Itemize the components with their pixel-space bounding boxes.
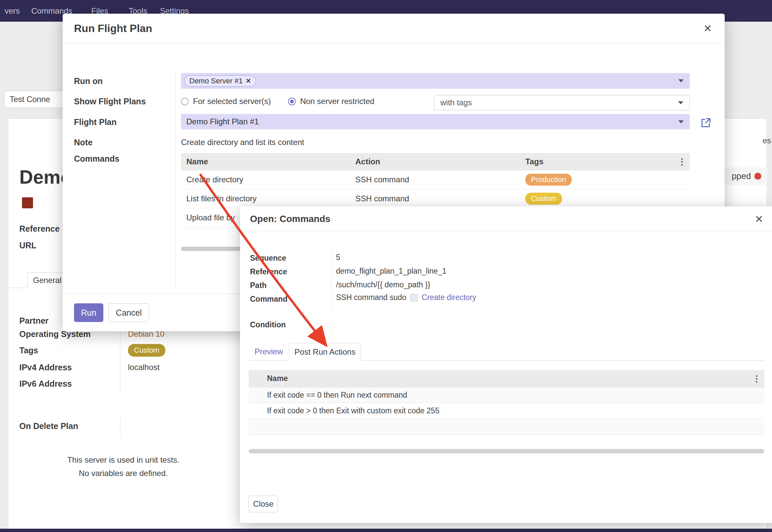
run-flight-plan-modal-title: Run Flight Plan bbox=[74, 22, 152, 35]
ipv4-value: localhost bbox=[128, 363, 160, 372]
form-label-divider bbox=[331, 251, 332, 309]
reference-field-label: Reference bbox=[250, 267, 287, 276]
caret-down-icon bbox=[678, 101, 683, 104]
note-label: Note bbox=[74, 138, 93, 147]
create-directory-link[interactable]: Create directory bbox=[422, 293, 476, 302]
status-dot-icon bbox=[754, 173, 761, 180]
command-label: Command bbox=[250, 295, 287, 304]
notebook-tabs: Preview Post Run Actions bbox=[249, 343, 764, 361]
right-panel-label-fragment: es bbox=[763, 136, 771, 145]
unit-test-note-line1: This server is used in unit tests. bbox=[20, 453, 227, 467]
horizontal-scrollbar[interactable] bbox=[249, 449, 764, 453]
url-label: URL bbox=[19, 241, 36, 250]
empty-table-row bbox=[249, 419, 764, 435]
note-value: Create directory and list its content bbox=[181, 138, 304, 147]
tabs-divider bbox=[8, 288, 27, 288]
condition-label: Condition bbox=[250, 320, 286, 329]
with-tags-select-value: with tags bbox=[440, 98, 472, 107]
server-chip[interactable]: Demo Server #1 ✕ bbox=[184, 75, 256, 87]
flight-plan-field[interactable]: Demo Flight Plan #1 bbox=[181, 114, 690, 129]
row-name: If exit code > 0 then Exit with custom e… bbox=[267, 406, 751, 415]
radio-non-server-restricted[interactable] bbox=[288, 98, 296, 105]
tag-badge: Production bbox=[525, 174, 572, 186]
column-header-tags[interactable]: Tags bbox=[520, 157, 690, 166]
form-label-divider bbox=[120, 417, 120, 437]
kebab-menu-icon[interactable]: ⋮ bbox=[752, 373, 761, 384]
unit-test-note-line2: No variables are defined. bbox=[20, 467, 227, 480]
post-run-actions-table-header: Name ⋮ bbox=[249, 370, 764, 387]
tab-preview[interactable]: Preview bbox=[249, 343, 289, 360]
run-on-field[interactable]: Demo Server #1 ✕ bbox=[181, 73, 690, 89]
column-header-name[interactable]: Name bbox=[267, 374, 751, 383]
flight-plan-label: Flight Plan bbox=[74, 117, 117, 127]
ipv6-label: IPv6 Address bbox=[19, 379, 72, 389]
close-icon[interactable]: ✕ bbox=[755, 214, 763, 224]
form-label-divider bbox=[175, 70, 176, 286]
command-value-row: SSH command sudo Create directory bbox=[336, 293, 476, 302]
flight-plan-value: Demo Flight Plan #1 bbox=[186, 117, 259, 126]
reference-field-value: demo_flight_plan_1_plan_line_1 bbox=[336, 267, 446, 276]
row-name: List files in directory bbox=[181, 194, 350, 203]
tags-label: Tags bbox=[19, 346, 38, 355]
kebab-menu-icon[interactable]: ⋮ bbox=[678, 156, 686, 167]
radio-for-selected-servers[interactable] bbox=[181, 98, 189, 105]
row-name: Create directory bbox=[181, 175, 350, 184]
run-button[interactable]: Run bbox=[74, 303, 103, 322]
caret-down-icon bbox=[678, 120, 684, 123]
close-button[interactable]: Close bbox=[249, 496, 278, 512]
color-swatch[interactable] bbox=[22, 197, 33, 208]
column-header-name[interactable]: Name bbox=[181, 157, 350, 166]
flight-plan-filter-radios: For selected server(s) Non server restri… bbox=[181, 96, 374, 106]
server-tag-badge: Custom bbox=[128, 344, 165, 357]
test-connection-button[interactable]: Test Conne bbox=[4, 91, 69, 108]
path-value: /such/much/{{ demo_path }} bbox=[336, 280, 430, 289]
server-chip-label: Demo Server #1 bbox=[189, 77, 243, 85]
nav-item-servers[interactable]: vers bbox=[0, 0, 24, 22]
open-commands-modal-header: Open: Commands ✕ bbox=[240, 206, 772, 232]
reference-label: Reference bbox=[19, 224, 60, 234]
open-commands-modal-title: Open: Commands bbox=[250, 214, 330, 224]
unit-test-note: This server is used in unit tests. No va… bbox=[20, 453, 227, 480]
radio-for-selected-servers-label: For selected server(s) bbox=[193, 97, 271, 106]
run-on-label: Run on bbox=[74, 76, 103, 86]
table-row[interactable]: Create directory SSH command Production bbox=[181, 170, 690, 189]
run-flight-plan-modal-header: Run Flight Plan ✕ bbox=[63, 14, 725, 43]
path-label: Path bbox=[250, 281, 267, 290]
table-row[interactable]: List files in directory SSH command Cust… bbox=[181, 189, 690, 208]
create-directory-checkbox[interactable] bbox=[410, 294, 418, 301]
remove-chip-icon[interactable]: ✕ bbox=[246, 77, 251, 85]
row-name: If exit code == 0 then Run next command bbox=[267, 391, 751, 400]
caret-down-icon bbox=[678, 79, 684, 82]
table-row[interactable]: If exit code > 0 then Exit with custom e… bbox=[249, 403, 764, 419]
sequence-label: Sequence bbox=[250, 254, 286, 263]
command-value: SSH command sudo bbox=[336, 293, 406, 302]
row-action: SSH command bbox=[350, 194, 520, 203]
tag-badge: Custom bbox=[525, 193, 562, 205]
table-row[interactable]: If exit code == 0 then Run next command bbox=[249, 387, 764, 403]
commands-table-header: Name Action Tags ⋮ bbox=[181, 153, 690, 170]
status-badge-label: pped bbox=[732, 171, 751, 181]
external-link-icon[interactable] bbox=[700, 117, 711, 128]
tab-post-run-actions[interactable]: Post Run Actions bbox=[289, 343, 361, 361]
with-tags-select[interactable]: with tags bbox=[434, 95, 690, 110]
post-run-actions-table: Name ⋮ If exit code == 0 then Run next c… bbox=[249, 370, 764, 435]
commands-label: Commands bbox=[74, 154, 119, 164]
close-icon[interactable]: ✕ bbox=[703, 23, 712, 34]
open-commands-modal: Open: Commands ✕ Sequence 5 Reference de… bbox=[240, 206, 772, 523]
form-label-divider bbox=[331, 318, 332, 332]
cancel-button[interactable]: Cancel bbox=[108, 303, 149, 322]
show-flight-plans-label: Show Flight Plans bbox=[74, 97, 146, 106]
partner-label: Partner bbox=[19, 316, 49, 326]
radio-non-server-restricted-label: Non server restricted bbox=[300, 97, 374, 106]
bottom-bar bbox=[0, 529, 772, 532]
on-delete-plan-label: On Delete Plan bbox=[19, 421, 78, 431]
row-action: SSH command bbox=[350, 175, 520, 184]
ipv4-label: IPv4 Address bbox=[19, 363, 72, 372]
sequence-value: 5 bbox=[336, 253, 340, 262]
column-header-action[interactable]: Action bbox=[350, 157, 520, 166]
